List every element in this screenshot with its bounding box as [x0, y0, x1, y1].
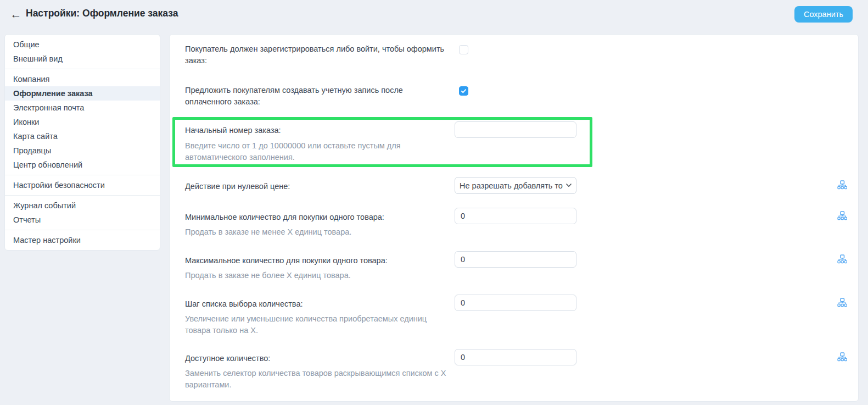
field-hint: Продать в заказе не более X единиц товар…: [185, 270, 447, 281]
field-hint: Продать в заказе не менее X единиц товар…: [185, 226, 447, 238]
field-label: Шаг списка выбора количества:: [185, 298, 447, 310]
field-label: Максимальное количество для покупки одно…: [185, 255, 447, 267]
settings-checkout-page: { "header": { "title": "Настройки: Оформ…: [0, 0, 868, 405]
field-label: Начальный номер заказа:: [185, 125, 447, 136]
sidebar-item-checkout[interactable]: Оформление заказа: [5, 86, 160, 101]
initial-order-number-input[interactable]: [455, 121, 576, 138]
sidebar-item-security-settings[interactable]: Настройки безопасности: [5, 178, 160, 192]
sidebar-group-security: Настройки безопасности: [5, 175, 160, 195]
field-hint: Увеличение или уменьшение количества при…: [185, 313, 447, 336]
sidebar-item-icons[interactable]: Иконки: [5, 115, 160, 129]
sidebar-item-vendors[interactable]: Продавцы: [5, 143, 160, 158]
sidebar-group-wizard: Мастер настройки: [5, 230, 160, 250]
sidebar-item-settings-wizard[interactable]: Мастер настройки: [5, 233, 160, 247]
checkout-settings-form: Покупатель должен зарегистрироваться либ…: [169, 34, 859, 402]
max-quantity-input[interactable]: [455, 251, 576, 268]
field-label: Предложить покупателям создавать учетную…: [185, 85, 447, 108]
sidebar-item-event-log[interactable]: Журнал событий: [5, 198, 160, 213]
field-hint: Заменить селектор количества товаров рас…: [185, 368, 447, 391]
field-label: Действие при нулевой цене:: [185, 181, 447, 192]
header: ← Настройки: Оформление заказа Сохранить: [0, 0, 868, 29]
register-checkbox[interactable]: [459, 45, 468, 54]
sidebar-item-company[interactable]: Компания: [5, 72, 160, 86]
settings-sidebar: Общие Внешний вид Компания Оформление за…: [4, 34, 160, 251]
sidebar-item-email[interactable]: Электронная почта: [5, 101, 160, 115]
field-label: Минимальное количество для покупки одног…: [185, 212, 447, 223]
sidebar-item-reports[interactable]: Отчеты: [5, 213, 160, 227]
sidebar-item-sitemap[interactable]: Карта сайта: [5, 129, 160, 143]
sidebar-group-store: Компания Оформление заказа Электронная п…: [5, 69, 160, 175]
chevron-down-icon: [566, 184, 572, 187]
checkmark-icon: [461, 88, 467, 94]
storefront-scope-icon[interactable]: [837, 352, 847, 362]
sidebar-group-logs: Журнал событий Отчеты: [5, 195, 160, 230]
field-label: Покупатель должен зарегистрироваться либ…: [185, 43, 447, 66]
min-quantity-input[interactable]: [455, 208, 576, 224]
field-hint: Введите число от 1 до 10000000 или остав…: [185, 140, 447, 163]
save-button[interactable]: Сохранить: [794, 6, 853, 23]
suggest-account-checkbox[interactable]: [459, 86, 468, 96]
storefront-scope-icon[interactable]: [837, 211, 847, 220]
field-label: Доступное количество:: [185, 353, 447, 364]
storefront-scope-icon[interactable]: [837, 254, 847, 264]
back-arrow-icon[interactable]: ←: [8, 6, 24, 23]
zero-price-action-select[interactable]: Не разрешать добавлять то: [455, 177, 576, 194]
sidebar-item-upgrade-center[interactable]: Центр обновлений: [5, 158, 160, 172]
sidebar-item-appearance[interactable]: Внешний вид: [5, 52, 160, 66]
sidebar-group-general: Общие Внешний вид: [5, 35, 160, 69]
storefront-scope-icon[interactable]: [837, 180, 847, 190]
storefront-scope-icon[interactable]: [837, 298, 847, 307]
available-quantity-input[interactable]: [455, 349, 576, 365]
page-title: Настройки: Оформление заказа: [26, 8, 178, 19]
sidebar-item-general[interactable]: Общие: [5, 37, 160, 52]
quantity-step-input[interactable]: [455, 295, 576, 311]
select-value: Не разрешать добавлять то: [460, 181, 564, 190]
